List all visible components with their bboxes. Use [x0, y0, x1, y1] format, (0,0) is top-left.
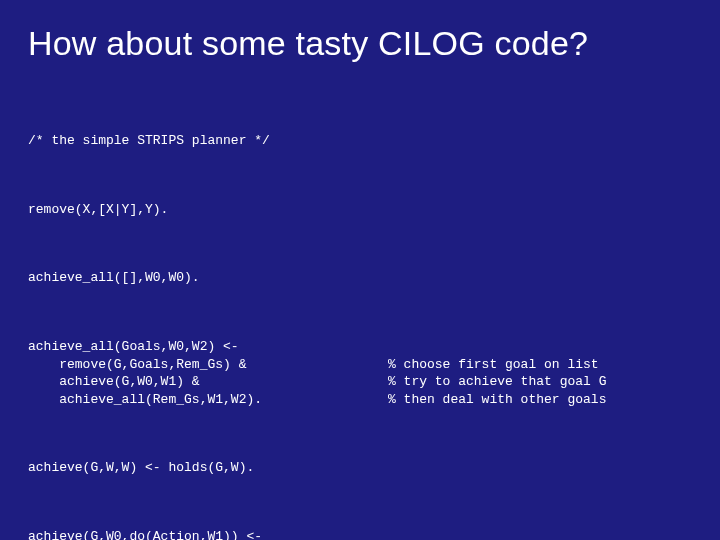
code-achieve-holds: achieve(G,W,W) <- holds(G,W). [28, 459, 692, 477]
code-remove: remove(X,[X|Y],Y). [28, 201, 692, 219]
code-achieve-all-rec: achieve_all(Goals,W0,W2) <- remove(G,Goa… [28, 338, 692, 408]
code-achieve-all-base: achieve_all([],W0,W0). [28, 269, 692, 287]
code-achieve-do: achieve(G,W0,do(Action,W1)) <- achieves(… [28, 528, 692, 540]
code-block: /* the simple STRIPS planner */ remove(X… [28, 97, 692, 540]
page-title: How about some tasty CILOG code? [28, 24, 692, 63]
code-achieve-all-rec-comments: % choose first goal on list % try to ach… [388, 338, 606, 408]
code-achieve-all-rec-body: achieve_all(Goals,W0,W2) <- remove(G,Goa… [28, 338, 348, 408]
code-comment: /* the simple STRIPS planner */ [28, 132, 692, 150]
slide: How about some tasty CILOG code? /* the … [0, 0, 720, 540]
